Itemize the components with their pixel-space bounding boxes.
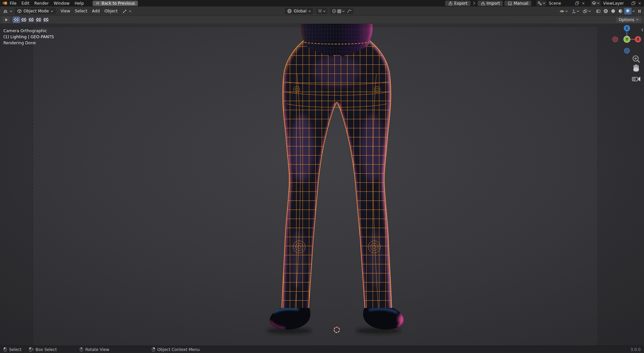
shading-material-button[interactable] bbox=[617, 8, 624, 14]
options-button[interactable]: Options bbox=[616, 17, 641, 23]
navigation-gizmo[interactable]: Z X Y bbox=[610, 24, 642, 91]
menu-select[interactable]: Select bbox=[72, 8, 90, 14]
mouse-right-icon bbox=[152, 347, 155, 352]
sync-pause-icon[interactable] bbox=[637, 9, 642, 13]
chevron-down-icon bbox=[10, 10, 12, 12]
menu-edit[interactable]: Edit bbox=[19, 1, 32, 6]
camera-view-label: Camera Orthographic bbox=[3, 29, 47, 33]
chevron-down-icon bbox=[636, 19, 639, 20]
falloff-swatch[interactable] bbox=[337, 9, 341, 13]
gizmos-dropdown[interactable] bbox=[570, 8, 581, 14]
mode-dropdown[interactable]: Object Mode bbox=[15, 8, 56, 14]
play-tool-button[interactable] bbox=[3, 17, 10, 23]
import-button[interactable]: Import bbox=[478, 1, 503, 6]
manual-button[interactable]: Manual bbox=[504, 1, 531, 6]
menu-add[interactable]: Add bbox=[90, 8, 102, 14]
scene-selector: Scene bbox=[536, 0, 586, 6]
menu-help[interactable]: Help bbox=[72, 1, 86, 6]
unlink-scene-icon[interactable] bbox=[581, 1, 586, 6]
texture-slot-2[interactable] bbox=[21, 17, 27, 22]
manual-book-icon bbox=[507, 1, 512, 5]
viewport-header: Object Mode View Select Add Object Globa… bbox=[0, 6, 644, 16]
gizmo-x-label: X bbox=[637, 38, 639, 41]
snap-group[interactable] bbox=[316, 8, 327, 14]
chevron-down-icon bbox=[543, 2, 545, 4]
chevron-down-icon bbox=[577, 10, 579, 12]
shading-solid-button[interactable] bbox=[609, 8, 617, 14]
viewlayer-name[interactable]: ViewLayer bbox=[602, 1, 630, 6]
transform-orientation-dropdown[interactable]: Global bbox=[285, 8, 313, 14]
overlays-icon bbox=[583, 9, 588, 13]
menu-object[interactable]: Object bbox=[102, 8, 120, 14]
render-view[interactable] bbox=[0, 24, 644, 346]
gizmo-axis-x-neg[interactable] bbox=[612, 37, 618, 42]
visibility-dropdown[interactable] bbox=[558, 9, 570, 14]
overlays-dropdown[interactable] bbox=[581, 8, 593, 14]
tool-icon bbox=[122, 9, 127, 13]
shading-dropdown[interactable] bbox=[632, 10, 636, 13]
back-arrow-icon bbox=[96, 1, 100, 5]
viewport-3d[interactable]: Camera Orthographic (1) Lighting | GEO-P… bbox=[0, 24, 644, 346]
scene-name[interactable]: Scene bbox=[547, 1, 574, 6]
shading-rendered-button[interactable] bbox=[624, 8, 632, 14]
material-sphere-icon bbox=[618, 9, 623, 13]
texture-slot-1[interactable] bbox=[13, 17, 19, 22]
scene-type-dropdown[interactable] bbox=[536, 0, 546, 6]
zoom-button[interactable] bbox=[633, 56, 640, 62]
collapse-chevron-icon[interactable] bbox=[472, 1, 477, 6]
topbar: File Edit Render Window Help Back to Pre… bbox=[0, 0, 644, 6]
xray-toggle[interactable] bbox=[595, 8, 602, 14]
blender-logo-icon[interactable] bbox=[2, 1, 7, 6]
status-box-select: Box Select bbox=[29, 347, 57, 352]
chevron-down-icon bbox=[597, 2, 600, 4]
status-select: Select bbox=[3, 347, 21, 352]
solid-sphere-icon bbox=[611, 9, 615, 13]
statusbar: Select Box Select Rotate View Object Con… bbox=[0, 346, 644, 353]
new-scene-icon[interactable] bbox=[575, 1, 580, 6]
status-rotate-view: Rotate View bbox=[79, 347, 109, 352]
scene-icon bbox=[537, 1, 542, 5]
camera-view-button[interactable] bbox=[632, 77, 640, 82]
mouse-middle-icon bbox=[79, 347, 83, 352]
menu-window[interactable]: Window bbox=[51, 1, 72, 6]
sidebar-collapse-icon[interactable] bbox=[641, 28, 644, 32]
gizmo-axis-z-neg[interactable] bbox=[624, 48, 630, 53]
active-object-label: (1) Lighting | GEO-PANTS bbox=[3, 35, 54, 39]
chevron-down-icon bbox=[308, 10, 311, 12]
viewlayer-selector: ViewLayer bbox=[591, 0, 642, 6]
proportional-edit-group[interactable] bbox=[330, 8, 354, 14]
export-button[interactable]: Export bbox=[445, 1, 470, 6]
chevron-down-icon bbox=[129, 10, 131, 12]
chevron-down-icon bbox=[51, 10, 53, 12]
texture-slot-3[interactable] bbox=[28, 17, 34, 22]
chevron-down-icon bbox=[323, 10, 326, 12]
proportional-circle-icon bbox=[332, 9, 336, 13]
editor-type-dropdown[interactable] bbox=[2, 8, 13, 14]
remove-viewlayer-icon[interactable] bbox=[637, 1, 642, 6]
menu-render[interactable]: Render bbox=[32, 1, 51, 6]
menu-view[interactable]: View bbox=[58, 8, 72, 14]
menu-file[interactable]: File bbox=[7, 1, 19, 6]
tool-settings-bar: Options bbox=[0, 16, 644, 24]
mode-label: Object Mode bbox=[23, 9, 49, 13]
eye-icon bbox=[559, 9, 565, 13]
cube-icon bbox=[17, 9, 22, 13]
pan-hand-button[interactable] bbox=[633, 65, 639, 72]
chevron-down-icon bbox=[588, 10, 591, 12]
chevron-down-icon bbox=[565, 10, 568, 12]
gizmo-z-label: Z bbox=[626, 27, 628, 30]
back-to-previous-button[interactable]: Back to Previous bbox=[93, 1, 138, 6]
shading-wireframe-button[interactable] bbox=[602, 8, 609, 14]
magnet-icon bbox=[318, 9, 322, 13]
new-viewlayer-icon[interactable] bbox=[631, 1, 636, 6]
gizmo-y-label: Y bbox=[625, 38, 628, 41]
wireframe-sphere-icon bbox=[603, 9, 608, 13]
texture-slot-5[interactable] bbox=[43, 17, 49, 22]
chevron-down-icon bbox=[632, 10, 635, 12]
orientation-label: Global bbox=[293, 9, 306, 13]
viewlayer-type-dropdown[interactable] bbox=[591, 0, 601, 6]
tool-dropdown[interactable] bbox=[122, 8, 132, 14]
texture-slot-4[interactable] bbox=[36, 17, 42, 22]
mouse-drag-icon bbox=[29, 347, 34, 352]
falloff-curve-icon bbox=[347, 9, 352, 13]
